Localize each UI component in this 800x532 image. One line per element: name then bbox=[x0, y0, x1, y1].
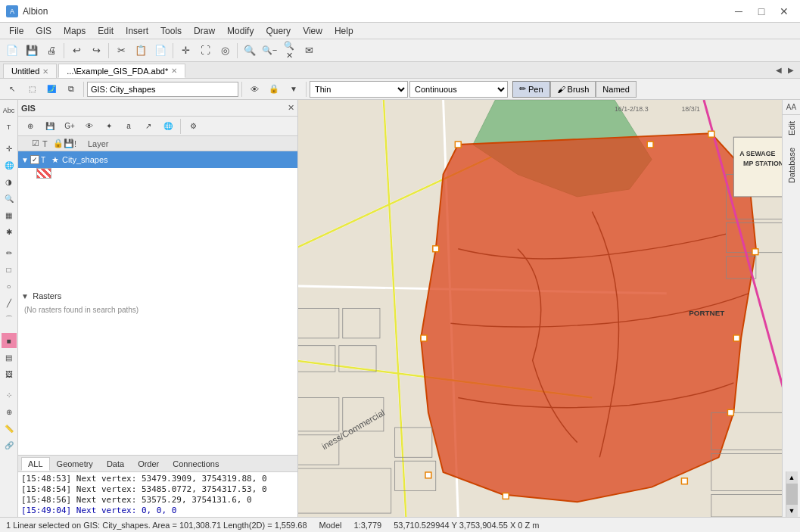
eye-button[interactable]: 👁 bbox=[80, 117, 98, 135]
layer-visible-checkbox[interactable] bbox=[30, 155, 39, 164]
tab-order[interactable]: Order bbox=[131, 457, 166, 471]
rasters-empty-label: (No rasters found in search paths) bbox=[24, 306, 291, 314]
brush-button[interactable]: 🖌 Brush bbox=[550, 81, 596, 98]
arrow-button[interactable]: ↗ bbox=[139, 117, 157, 135]
zoom-out-button[interactable]: 🔍− bbox=[260, 42, 279, 60]
tab-nav-right[interactable]: ▶ bbox=[785, 64, 797, 76]
select-button[interactable]: ⛶ bbox=[196, 42, 214, 60]
close-button[interactable]: ✕ bbox=[774, 4, 794, 19]
settings-button[interactable]: ⚙ bbox=[184, 117, 202, 135]
raster-tool[interactable]: 🗾 bbox=[42, 80, 61, 98]
maximize-button[interactable]: □ bbox=[752, 4, 771, 19]
menu-edit[interactable]: Edit bbox=[92, 24, 120, 38]
color-tool[interactable]: ■ bbox=[2, 333, 17, 348]
log-line-2: [15:48:56] Next vertex: 53575.29, 375413… bbox=[21, 495, 294, 506]
layer-style-swatch[interactable] bbox=[36, 168, 51, 179]
save-layer-button[interactable]: 💾 bbox=[41, 117, 59, 135]
tab-untitled[interactable]: Untitled ✕ bbox=[3, 64, 57, 78]
menu-maps[interactable]: Maps bbox=[58, 24, 92, 38]
cut-button[interactable]: ✂ bbox=[112, 42, 130, 60]
tab-gis-fda[interactable]: ...\Example_GIS_FDA.abd* ✕ bbox=[58, 64, 185, 78]
arc-tool[interactable]: ⌒ bbox=[2, 312, 17, 327]
tab-connections[interactable]: Connections bbox=[166, 457, 226, 471]
star-tool[interactable]: ✱ bbox=[2, 224, 17, 239]
layers-tool[interactable]: ⧉ bbox=[62, 80, 80, 98]
svg-marker-10 bbox=[421, 133, 756, 502]
pie-tool[interactable]: ◑ bbox=[2, 174, 17, 189]
menu-insert[interactable]: Insert bbox=[120, 24, 154, 38]
redo-button[interactable]: ↪ bbox=[87, 42, 105, 60]
globe-tool[interactable]: 🌐 bbox=[2, 157, 17, 173]
tab-geometry[interactable]: Geometry bbox=[50, 457, 100, 471]
stroke-width-select[interactable]: Thin bbox=[310, 81, 408, 98]
print-button[interactable]: 🖨 bbox=[42, 42, 61, 60]
circle-side-tool[interactable]: ○ bbox=[2, 278, 17, 294]
zoom-fit-button[interactable]: 🔍✕ bbox=[280, 42, 298, 60]
move-button[interactable]: ✛ bbox=[176, 42, 195, 60]
draw-tool[interactable]: ✏ bbox=[2, 245, 17, 260]
menu-file[interactable]: File bbox=[3, 24, 30, 38]
gis-panel-close-button[interactable]: ✕ bbox=[288, 103, 294, 113]
visibility-button[interactable]: 👁 bbox=[245, 80, 263, 98]
save-button[interactable]: 💾 bbox=[23, 42, 41, 60]
menu-draw[interactable]: Draw bbox=[188, 24, 221, 38]
snap-tool[interactable]: ⊕ bbox=[2, 404, 17, 419]
photo-tool[interactable]: 🖼 bbox=[2, 366, 17, 381]
add-layer-button[interactable]: ⊕ bbox=[21, 117, 39, 135]
layer-type-icon: T bbox=[41, 156, 51, 164]
copy-button[interactable]: 📋 bbox=[132, 42, 150, 60]
move-view-tool[interactable]: ✛ bbox=[2, 141, 17, 156]
zoom-in-button[interactable]: 🔍 bbox=[241, 42, 259, 60]
dropdown-button[interactable]: ▼ bbox=[285, 80, 303, 98]
bottom-tabs: ALL Geometry Data Order Connections bbox=[18, 455, 297, 471]
measure-tool[interactable]: 📏 bbox=[2, 421, 17, 436]
abc-tool[interactable]: Abc bbox=[2, 103, 17, 118]
pen-button[interactable]: ✏ Pen bbox=[512, 81, 550, 98]
menu-view[interactable]: View bbox=[297, 24, 328, 38]
scroll-thumb[interactable] bbox=[786, 484, 798, 505]
pan-button[interactable]: ✉ bbox=[300, 42, 318, 60]
map-scrollbar-v[interactable]: ▲ ▼ bbox=[786, 471, 798, 517]
text-label-button[interactable]: a bbox=[120, 117, 138, 135]
scroll-up-button[interactable]: ▲ bbox=[786, 471, 798, 484]
tab-close-untitled[interactable]: ✕ bbox=[42, 67, 48, 76]
new-button[interactable]: 📄 bbox=[3, 42, 21, 60]
circle-button[interactable]: ◎ bbox=[216, 42, 234, 60]
paste-button[interactable]: 📄 bbox=[151, 42, 170, 60]
globe-layer-button[interactable]: 🌐 bbox=[159, 117, 177, 135]
menu-gis[interactable]: GIS bbox=[30, 24, 58, 38]
minimize-button[interactable]: ─ bbox=[729, 4, 749, 19]
square-tool[interactable]: □ bbox=[2, 262, 17, 277]
zoom-tool[interactable]: 🔍 bbox=[2, 191, 17, 206]
menu-modify[interactable]: Modify bbox=[221, 24, 260, 38]
menu-tools[interactable]: Tools bbox=[154, 24, 188, 38]
text-tool[interactable]: T bbox=[2, 120, 17, 135]
lock-button[interactable]: 🔒 bbox=[265, 80, 283, 98]
right-tab-edit[interactable]: Edit bbox=[784, 115, 799, 142]
line-tool[interactable]: ╱ bbox=[2, 295, 17, 310]
tab-close-gis-fda[interactable]: ✕ bbox=[171, 67, 177, 75]
pattern-tool[interactable]: ▤ bbox=[2, 350, 17, 365]
tab-all[interactable]: ALL bbox=[21, 457, 50, 471]
menu-help[interactable]: Help bbox=[328, 24, 360, 38]
menu-query[interactable]: Query bbox=[260, 24, 297, 38]
layer-name-input[interactable] bbox=[87, 82, 238, 97]
right-tab-database[interactable]: Database bbox=[784, 142, 799, 189]
scroll-down-button[interactable]: ▼ bbox=[786, 505, 798, 517]
rasters-collapse[interactable]: ▼ bbox=[21, 292, 29, 300]
tab-nav-left[interactable]: ◀ bbox=[773, 64, 785, 76]
log-area[interactable]: [15:48:53] Next vertex: 53479.3909, 3754… bbox=[18, 471, 297, 517]
sun-button[interactable]: ✦ bbox=[100, 117, 118, 135]
select-rect-tool[interactable]: ⬚ bbox=[23, 80, 41, 98]
cluster-tool[interactable]: ⁘ bbox=[2, 387, 17, 403]
grid-tool[interactable]: ▦ bbox=[2, 207, 17, 222]
link-tool[interactable]: 🔗 bbox=[2, 437, 17, 453]
add-gis-button[interactable]: G+ bbox=[61, 117, 79, 135]
map-area[interactable]: iness/Commercial PORTNET A SEWAGE MP STA… bbox=[298, 100, 782, 517]
tab-data[interactable]: Data bbox=[100, 457, 131, 471]
stroke-style-select[interactable]: Continuous bbox=[409, 81, 508, 98]
named-button[interactable]: Named bbox=[596, 81, 636, 98]
undo-button[interactable]: ↩ bbox=[67, 42, 86, 60]
layer-item-city-shapes[interactable]: ▼ T ★ City_shapes bbox=[18, 151, 297, 168]
cursor-tool[interactable]: ↖ bbox=[3, 80, 21, 98]
